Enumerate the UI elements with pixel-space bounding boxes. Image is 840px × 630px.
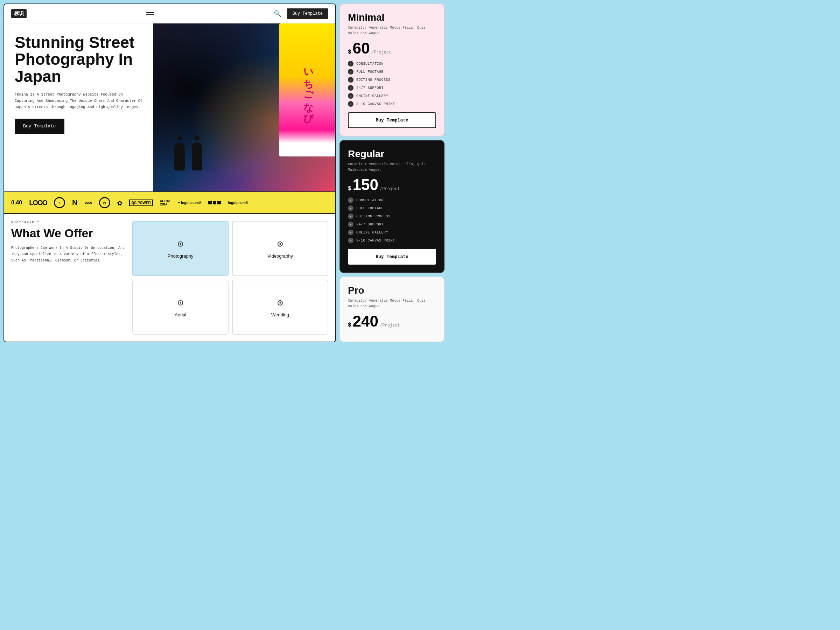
check-icon: ✓: [348, 221, 354, 227]
feature-consultation-r: ✓CONSULTATION: [348, 197, 436, 203]
site-nav: 标识 🔍 Buy Template: [4, 4, 335, 24]
feature-footage: ✓FULL FOOTAGE: [348, 69, 436, 74]
check-icon: ✓: [348, 230, 354, 235]
price-amount-minimal: 60: [353, 41, 370, 56]
hamburger-menu-icon[interactable]: [146, 12, 154, 15]
feature-editing: ✓EDITING PROCESS: [348, 77, 436, 83]
hero-title: Stunning Street Photography In Japan: [15, 34, 143, 85]
aerial-icon: ⊙: [177, 297, 183, 309]
check-icon: ✓: [348, 205, 354, 211]
check-icon: ✓: [348, 61, 354, 66]
check-icon: ✓: [348, 85, 354, 91]
logo-item-11: [208, 201, 221, 204]
plan-features-regular: ✓CONSULTATION ✓FULL FOOTAGE ✓EDITING PRO…: [348, 197, 436, 243]
plan-desc-pro: Curabitur Venenatis Metus Felis, Quis Ma…: [348, 298, 436, 309]
pricing-card-regular: Regular Curabitur Venenatis Metus Felis,…: [339, 140, 445, 273]
silhouette-2: [192, 142, 202, 171]
price-period-pro: /Project: [380, 323, 400, 328]
hero-section: Stunning Street Photography In Japan Tek…: [4, 24, 335, 191]
logo-item-2: LOOO: [29, 199, 47, 207]
hero-cta-button[interactable]: Buy Template: [15, 118, 65, 134]
search-icon[interactable]: 🔍: [274, 10, 281, 17]
plan-price-pro: $ 240 /Project: [348, 314, 436, 329]
nav-buy-button[interactable]: Buy Template: [287, 8, 328, 19]
plan-features-minimal: ✓CONSULTATION ✓FULL FOOTAGE ✓EDITING PRO…: [348, 61, 436, 107]
silhouette-1: [174, 142, 185, 171]
photography-icon: ⊙: [177, 238, 183, 250]
buy-button-regular[interactable]: Buy Template: [348, 249, 436, 265]
feature-canvas: ✓8-10 CANVAS PRINT: [348, 101, 436, 107]
plan-name-regular: Regular: [348, 148, 436, 159]
feature-canvas-r: ✓8-10 CANVAS PRINT: [348, 238, 436, 243]
logo-item-10: ✦ logoipsum®: [177, 201, 202, 205]
check-icon: ✓: [348, 238, 354, 243]
feature-footage-r: ✓FULL FOOTAGE: [348, 205, 436, 211]
check-icon: ✓: [348, 101, 354, 107]
logo-item-6: ◎: [99, 197, 110, 208]
aerial-label: Aerial: [175, 312, 186, 317]
hero-image: いちごなび: [153, 24, 335, 191]
plan-desc-regular: Curabitur Venenatis Metus Felis, Quis Ma…: [348, 162, 436, 173]
dollar-sign: $: [348, 322, 351, 328]
offer-section: PHOTOGRAPHY What We Offer Photographers …: [4, 214, 335, 342]
logo-item-9: ULTRAXIRA: [160, 199, 171, 206]
price-period-minimal: /Project: [371, 50, 392, 55]
wedding-icon: ⊙: [277, 297, 283, 309]
feature-gallery-r: ✓ONLINE GALLERY: [348, 230, 436, 235]
japan-sign: いちごなび: [279, 24, 335, 156]
offer-card-videography[interactable]: ⊙ Videography: [232, 221, 328, 276]
videography-label: Videography: [267, 253, 293, 259]
feature-support-r: ✓24/7 SUPPORT: [348, 221, 436, 227]
logo-item-7: ✿: [117, 198, 122, 208]
site-preview: 标识 🔍 Buy Template Stunning Street Photog…: [3, 3, 336, 342]
hero-description: Tekina Is A Street Photography Website F…: [15, 92, 143, 111]
check-icon: ✓: [348, 69, 354, 74]
buy-button-minimal[interactable]: Buy Template: [348, 112, 436, 128]
check-icon: ✓: [348, 93, 354, 99]
dollar-sign: $: [348, 185, 351, 192]
offer-grid: ⊙ Photography ⊙ Videography ⊙ Aerial ⊙ W…: [132, 221, 328, 335]
price-period-regular: /Project: [380, 186, 400, 191]
offer-card-wedding[interactable]: ⊙ Wedding: [232, 279, 328, 335]
logo-item-1: 0.40: [11, 199, 22, 206]
plan-price-regular: $ 150 /Project: [348, 177, 436, 193]
logos-bar: 0.40 LOOO ⊛ N ∞∞ ◎ ✿ QC POWER ULTRAXIRA …: [4, 191, 335, 214]
videography-icon: ⊙: [277, 238, 283, 250]
price-amount-pro: 240: [353, 314, 378, 329]
logo-item-4: N: [72, 198, 78, 207]
logo-item-8: QC POWER: [129, 199, 153, 206]
feature-consultation: ✓CONSULTATION: [348, 61, 436, 66]
check-icon: ✓: [348, 213, 354, 219]
wedding-label: Wedding: [271, 312, 289, 317]
plan-name-minimal: Minimal: [348, 12, 436, 23]
feature-gallery: ✓ONLINE GALLERY: [348, 93, 436, 99]
logo-item-5: ∞∞: [85, 199, 92, 206]
plan-price-minimal: $ 60 /Project: [348, 41, 436, 56]
photography-label: Photography: [167, 253, 194, 259]
offer-section-title: What We Offer: [11, 226, 125, 240]
feature-support: ✓24/7 SUPPORT: [348, 85, 436, 91]
offer-text: PHOTOGRAPHY What We Offer Photographers …: [11, 221, 125, 335]
pricing-card-pro: Pro Curabitur Venenatis Metus Felis, Qui…: [339, 276, 445, 342]
page-wrapper: 标识 🔍 Buy Template Stunning Street Photog…: [0, 0, 448, 346]
nav-right: 🔍 Buy Template: [274, 8, 328, 19]
price-amount-regular: 150: [353, 177, 378, 193]
pricing-card-minimal: Minimal Curabitur Venenatis Metus Felis,…: [339, 3, 445, 136]
check-icon: ✓: [348, 197, 354, 203]
silhouette-group: [174, 142, 202, 171]
offer-section-description: Photographers Can Work In A Studio Or On…: [11, 245, 125, 264]
check-icon: ✓: [348, 77, 354, 83]
offer-card-aerial[interactable]: ⊙ Aerial: [132, 279, 229, 335]
offer-card-photography[interactable]: ⊙ Photography: [132, 221, 229, 276]
feature-editing-r: ✓EDITING PROCESS: [348, 213, 436, 219]
plan-name-pro: Pro: [348, 285, 436, 296]
offer-section-label: PHOTOGRAPHY: [11, 221, 125, 224]
logo-item-3: ⊛: [54, 197, 65, 208]
pricing-sidebar: Minimal Curabitur Venenatis Metus Felis,…: [339, 3, 445, 342]
site-logo: 标识: [11, 9, 27, 18]
hero-text: Stunning Street Photography In Japan Tek…: [4, 24, 153, 191]
dollar-sign: $: [348, 49, 351, 55]
logo-item-12: logoipsum®: [228, 201, 248, 205]
plan-desc-minimal: Curabitur Venenatis Metus Felis, Quis Ma…: [348, 25, 436, 36]
